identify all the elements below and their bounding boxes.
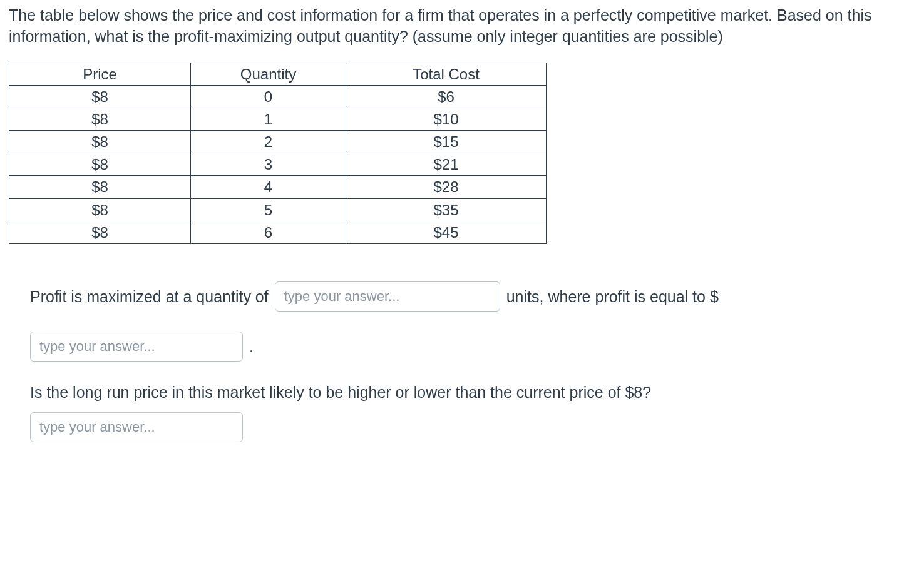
table-row: $8 1 $10 bbox=[9, 108, 547, 130]
cell-total-cost: $21 bbox=[346, 153, 547, 176]
header-price: Price bbox=[9, 63, 191, 85]
cell-quantity: 3 bbox=[191, 153, 346, 176]
header-total-cost: Total Cost bbox=[346, 63, 547, 85]
table-row: $8 3 $21 bbox=[9, 153, 547, 176]
answer-text-suffix: units, where profit is equal to $ bbox=[506, 286, 719, 308]
profit-input[interactable] bbox=[30, 332, 243, 362]
cell-total-cost: $15 bbox=[346, 131, 547, 153]
table-row: $8 6 $45 bbox=[9, 221, 547, 243]
answer-block: Profit is maximized at a quantity of uni… bbox=[9, 281, 900, 442]
answer-text-prefix: Profit is maximized at a quantity of bbox=[30, 286, 269, 308]
table-header-row: Price Quantity Total Cost bbox=[9, 63, 547, 85]
table-row: $8 4 $28 bbox=[9, 176, 547, 198]
cell-total-cost: $10 bbox=[346, 108, 547, 130]
period-text: . bbox=[249, 336, 254, 358]
cell-price: $8 bbox=[9, 153, 191, 176]
cell-quantity: 4 bbox=[191, 176, 346, 198]
cell-total-cost: $45 bbox=[346, 221, 547, 243]
header-quantity: Quantity bbox=[191, 63, 346, 85]
cell-price: $8 bbox=[9, 176, 191, 198]
answer-line-1: Profit is maximized at a quantity of uni… bbox=[30, 281, 879, 312]
answer-line-2: . bbox=[30, 332, 879, 362]
cell-total-cost: $28 bbox=[346, 176, 547, 198]
cell-price: $8 bbox=[9, 131, 191, 153]
table-row: $8 2 $15 bbox=[9, 131, 547, 153]
cell-price: $8 bbox=[9, 198, 191, 221]
data-table: Price Quantity Total Cost $8 0 $6 $8 1 $… bbox=[9, 63, 547, 245]
question-text: The table below shows the price and cost… bbox=[9, 5, 900, 48]
cell-quantity: 6 bbox=[191, 221, 346, 243]
quantity-input[interactable] bbox=[275, 281, 500, 312]
question-2-text: Is the long run price in this market lik… bbox=[30, 382, 879, 403]
cell-total-cost: $35 bbox=[346, 198, 547, 221]
cell-quantity: 1 bbox=[191, 108, 346, 130]
cell-price: $8 bbox=[9, 108, 191, 130]
long-run-price-input[interactable] bbox=[30, 412, 243, 442]
cell-quantity: 0 bbox=[191, 85, 346, 108]
cell-quantity: 5 bbox=[191, 198, 346, 221]
cell-quantity: 2 bbox=[191, 131, 346, 153]
cell-price: $8 bbox=[9, 85, 191, 108]
answer-line-3 bbox=[30, 412, 879, 442]
table-row: $8 0 $6 bbox=[9, 85, 547, 108]
table-row: $8 5 $35 bbox=[9, 198, 547, 221]
cell-total-cost: $6 bbox=[346, 85, 547, 108]
cell-price: $8 bbox=[9, 221, 191, 243]
